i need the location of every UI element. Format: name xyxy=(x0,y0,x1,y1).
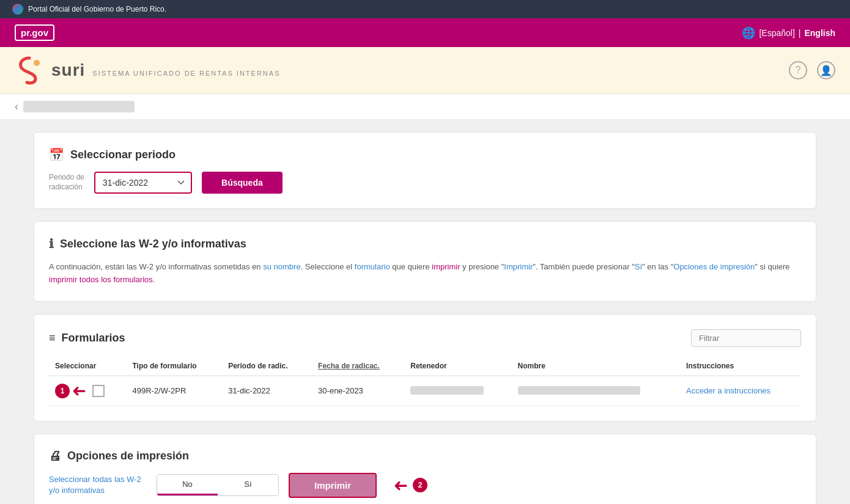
suri-logo-area: suri SISTEMA UNIFICADO DE RENTAS INTERNA… xyxy=(15,56,280,85)
print-label: Seleccionar todas las W-2 y/o informativ… xyxy=(49,474,147,496)
col-instrucciones: Instrucciones xyxy=(680,357,801,376)
svg-point-0 xyxy=(34,60,40,66)
instrucciones-cell[interactable]: Acceder a instrucciones xyxy=(680,376,801,406)
suri-subtitle: SISTEMA UNIFICADO DE RENTAS INTERNAS xyxy=(92,70,280,77)
lang-switcher: 🌐 [Español] | English xyxy=(742,26,835,40)
col-periodo: Periodo de radic. xyxy=(222,357,312,376)
lang-espanol[interactable]: [Español] xyxy=(759,28,794,38)
retenedor-cell xyxy=(404,376,511,406)
print-annotation: ➜ 2 xyxy=(394,475,427,495)
suri-s-logo xyxy=(15,56,44,85)
formularios-title: ≡ Formularios xyxy=(49,332,125,345)
globe-icon: 🌐 xyxy=(742,26,755,40)
calendar-icon: 📅 xyxy=(49,147,64,162)
annotation-2: 2 xyxy=(413,478,427,492)
breadcrumb-text: ██████████████████ xyxy=(23,101,135,112)
toggle-si[interactable]: Sí xyxy=(218,475,278,495)
pr-gov-badge[interactable]: pr.gov xyxy=(15,24,54,41)
acceder-link[interactable]: Acceder a instrucciones xyxy=(686,386,771,395)
row-checkbox[interactable] xyxy=(92,385,105,397)
back-button[interactable]: ‹ xyxy=(15,100,18,113)
w2-card: ℹ Seleccione las W-2 y/o informativas A … xyxy=(34,221,816,302)
toggle-no[interactable]: No xyxy=(157,475,218,495)
gov-bar: Portal Oficial del Gobierno de Puerto Ri… xyxy=(0,0,850,18)
col-retenedor: Retenedor xyxy=(404,357,511,376)
col-nombre: Nombre xyxy=(512,357,680,376)
pr-logo-icon xyxy=(12,4,23,15)
toggle-container: No Sí xyxy=(157,474,279,496)
print-section-content: Seleccionar todas las W-2 y/o informativ… xyxy=(49,473,801,498)
suri-logo-text: suri xyxy=(51,60,85,80)
annotation-1: 1 xyxy=(55,384,70,398)
select-period-card: 📅 Seleccionar periodo Periodo de radicac… xyxy=(34,132,816,209)
filter-input[interactable] xyxy=(691,329,801,347)
formularios-card: ≡ Formularios Seleccionar Tipo de formul… xyxy=(34,314,816,422)
printer-icon: 🖨 xyxy=(49,449,61,463)
print-options-title: 🖨 Opciones de impresión xyxy=(49,449,801,463)
arrow-icon-2: ➜ xyxy=(394,475,408,495)
period-row: Periodo de radicación 31-dic-2022 Búsque… xyxy=(49,172,801,194)
busqueda-button[interactable]: Búsqueda xyxy=(202,172,283,194)
info-icon: ℹ xyxy=(49,236,54,251)
w2-title: ℹ Seleccione las W-2 y/o informativas xyxy=(49,236,801,251)
formularios-header: ≡ Formularios xyxy=(49,329,801,347)
periodo-cell: 31-dic-2022 xyxy=(222,376,312,406)
w2-description: A continuación, están las W-2 y/o inform… xyxy=(49,261,801,287)
user-button[interactable]: 👤 xyxy=(817,61,835,79)
col-fecha: Fecha de radicac. xyxy=(312,357,404,376)
period-select[interactable]: 31-dic-2022 xyxy=(94,172,192,194)
formularios-table: Seleccionar Tipo de formulario Periodo d… xyxy=(49,357,801,406)
table-row: 1 ➜ 499R-2/W-2PR 31-dic-2022 30-ene-2023 xyxy=(49,376,801,406)
col-seleccionar: Seleccionar xyxy=(49,357,126,376)
print-options-card: 🖨 Opciones de impresión Seleccionar toda… xyxy=(34,434,816,504)
col-tipo: Tipo de formulario xyxy=(126,357,222,376)
arrow-icon-1: ➜ xyxy=(72,382,86,400)
nombre-cell xyxy=(512,376,680,406)
lang-separator: | xyxy=(799,28,801,38)
period-label: Periodo de radicación xyxy=(49,173,84,192)
breadcrumb-area: ‹ ██████████████████ xyxy=(0,94,850,120)
imprimir-button[interactable]: Imprimir xyxy=(289,473,377,498)
list-icon: ≡ xyxy=(49,332,56,345)
select-cell: 1 ➜ xyxy=(49,376,126,406)
page-content: 📅 Seleccionar periodo Periodo de radicac… xyxy=(0,120,850,504)
main-header: pr.gov 🌐 [Español] | English xyxy=(0,18,850,47)
select-period-title: 📅 Seleccionar periodo xyxy=(49,147,801,162)
tipo-cell: 499R-2/W-2PR xyxy=(126,376,222,406)
lang-english[interactable]: English xyxy=(804,28,835,38)
gov-bar-text: Portal Oficial del Gobierno de Puerto Ri… xyxy=(28,5,166,13)
table-header-row: Seleccionar Tipo de formulario Periodo d… xyxy=(49,357,801,376)
suri-header: suri SISTEMA UNIFICADO DE RENTAS INTERNA… xyxy=(0,47,850,94)
help-button[interactable]: ? xyxy=(789,61,807,79)
suri-icons: ? 👤 xyxy=(789,61,835,79)
fecha-cell: 30-ene-2023 xyxy=(312,376,404,406)
